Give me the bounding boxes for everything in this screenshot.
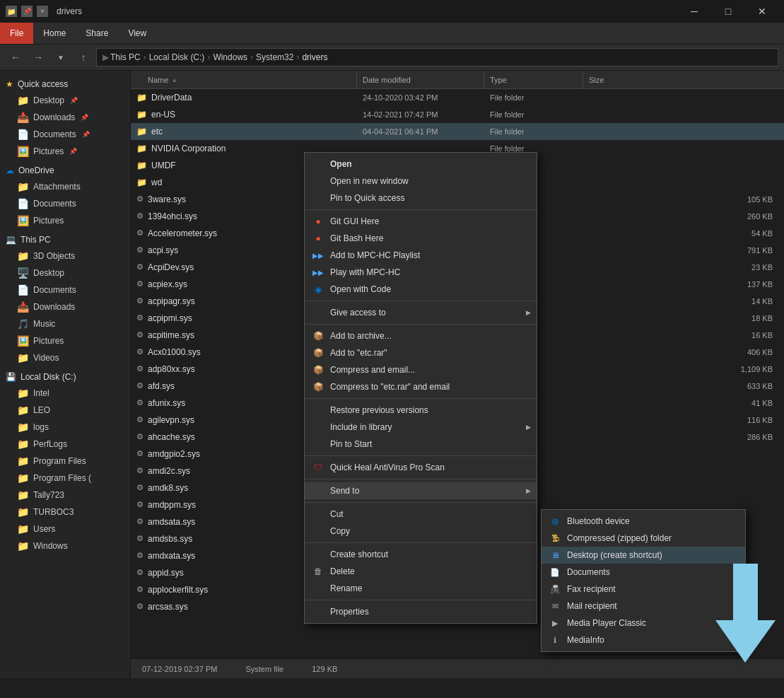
folder-icon: 📁 <box>17 455 29 467</box>
table-row[interactable]: 📁etc 04-04-2021 06:41 PM File folder <box>131 123 784 140</box>
sendto-mail[interactable]: ✉ Mail recipient <box>542 598 745 615</box>
sidebar-thispc[interactable]: 💻 This PC <box>0 232 130 248</box>
breadcrumb[interactable]: ▶ This PC › Local Disk (C:) › Windows › … <box>96 48 778 66</box>
ctx-sep8 <box>305 542 537 543</box>
sort-asc-icon: ▲ <box>171 76 177 83</box>
sendto-zip[interactable]: 🗜 Compressed (zipped) folder <box>542 530 745 547</box>
sidebar-item-turboc3[interactable]: 📁 TURBOC3 <box>0 504 130 520</box>
recent-locations-button[interactable]: ▼ <box>51 47 71 67</box>
sys-icon: ⚙ <box>136 279 144 289</box>
sys-icon: ⚙ <box>136 313 144 322</box>
table-row[interactable]: 📁DriverData 24-10-2020 03:42 PM File fol… <box>131 89 784 106</box>
minimize-button[interactable]: ─ <box>678 0 710 23</box>
ctx-pin-quickaccess[interactable]: Pin to Quick access <box>305 190 537 207</box>
menu-home[interactable]: Home <box>33 23 76 44</box>
folder-icon: 📄 <box>17 284 29 296</box>
table-row[interactable]: 📁en-US 14-02-2021 07:42 PM File folder <box>131 106 784 123</box>
menu-file[interactable]: File <box>0 23 33 44</box>
ctx-vscode[interactable]: ◈ Open with Code <box>305 281 537 298</box>
ctx-rename[interactable]: Rename <box>305 580 537 597</box>
sidebar-item-logs[interactable]: 📁 logs <box>0 419 130 436</box>
git-bash-icon: ● <box>312 232 324 245</box>
sidebar-item-desktop[interactable]: 📁 Desktop 📌 <box>0 92 130 109</box>
ctx-add-archive[interactable]: 📦 Add to archive... <box>305 327 537 344</box>
sidebar-quickaccess[interactable]: ★ Quick access <box>0 76 130 92</box>
ctx-compress-email[interactable]: 📦 Compress and email... <box>305 361 537 378</box>
up-button[interactable]: ↑ <box>74 47 93 67</box>
sidebar-item-users[interactable]: 📁 Users <box>0 520 130 537</box>
ctx-delete[interactable]: 🗑 Delete <box>305 563 537 580</box>
col-name[interactable]: Name ▲ <box>131 71 357 88</box>
breadcrumb-drivers[interactable]: drivers <box>302 52 327 62</box>
sidebar-item-tally[interactable]: 📁 Tally723 <box>0 487 130 504</box>
ctx-mpc-playlist[interactable]: ▶▶ Add to MPC-HC Playlist <box>305 247 537 264</box>
breadcrumb-localdisk[interactable]: Local Disk (C:) <box>149 52 205 62</box>
ctx-mpc-play[interactable]: ▶▶ Play with MPC-HC <box>305 264 537 281</box>
ctx-open-new-window[interactable]: Open in new window <box>305 173 537 190</box>
ctx-antivirus[interactable]: 🛡 Quick Heal AntiVirus Pro Scan <box>305 459 537 476</box>
sidebar-item-videos[interactable]: 📁 Videos <box>0 349 130 366</box>
forward-button[interactable]: → <box>28 47 48 67</box>
folder-icon: 📁 <box>136 178 147 187</box>
sidebar-item-windows[interactable]: 📁 Windows <box>0 537 130 554</box>
back-button[interactable]: ← <box>6 47 25 67</box>
breadcrumb-windows[interactable]: Windows <box>213 52 247 62</box>
ctx-create-shortcut[interactable]: Create shortcut <box>305 546 537 563</box>
ctx-restore-versions[interactable]: Restore previous versions <box>305 402 537 419</box>
col-type[interactable]: Type <box>484 71 583 88</box>
ctx-compress-rar-email[interactable]: 📦 Compress to "etc.rar" and email <box>305 378 537 395</box>
ctx-git-bash[interactable]: ● Git Bash Here <box>305 230 537 247</box>
sidebar-item-od-pictures[interactable]: 🖼️ Pictures <box>0 212 130 229</box>
sendto-mpc[interactable]: ▶ Media Player Classic <box>542 615 745 632</box>
sys-icon: ⚙ <box>136 330 144 339</box>
sidebar-item-intel[interactable]: 📁 Intel <box>0 385 130 402</box>
folder-icon: 🖼️ <box>17 146 29 157</box>
ctx-cut[interactable]: Cut <box>305 506 537 523</box>
sidebar-item-attachments[interactable]: 📁 Attachments <box>0 178 130 195</box>
col-size[interactable]: Size <box>583 71 784 88</box>
sidebar-item-pc-downloads[interactable]: 📥 Downloads <box>0 298 130 315</box>
sidebar-item-programfilesx86[interactable]: 📁 Program Files ( <box>0 470 130 487</box>
music-icon: 🎵 <box>17 318 29 330</box>
sidebar-item-od-documents[interactable]: 📄 Documents <box>0 195 130 212</box>
sidebar-localdisk[interactable]: 💾 Local Disk (C:) <box>0 369 130 385</box>
sidebar: ★ Quick access 📁 Desktop 📌 📥 Downloads 📌… <box>0 71 131 678</box>
mail-icon: ✉ <box>549 600 561 612</box>
sidebar-item-programfiles[interactable]: 📁 Program Files <box>0 453 130 470</box>
folder-icon: 📁 <box>17 181 29 192</box>
menu-share[interactable]: Share <box>76 23 118 44</box>
sendto-fax[interactable]: 📠 Fax recipient <box>542 581 745 598</box>
sidebar-item-leo[interactable]: 📁 LEO <box>0 402 130 419</box>
sidebar-onedrive[interactable]: ☁ OneDrive <box>0 163 130 178</box>
sidebar-item-pictures[interactable]: 🖼️ Pictures 📌 <box>0 143 130 160</box>
sidebar-item-documents[interactable]: 📄 Documents 📌 <box>0 126 130 143</box>
sidebar-item-perflogs[interactable]: 📁 PerfLogs <box>0 436 130 453</box>
sidebar-item-3dobjects[interactable]: 📁 3D Objects <box>0 248 130 264</box>
breadcrumb-system32[interactable]: System32 <box>256 52 293 62</box>
ctx-add-rar[interactable]: 📦 Add to "etc.rar" <box>305 344 537 361</box>
ctx-properties[interactable]: Properties <box>305 603 537 620</box>
maximize-button[interactable]: □ <box>712 0 744 23</box>
ctx-git-gui[interactable]: ● Git GUI Here <box>305 213 537 230</box>
ctx-copy[interactable]: Copy <box>305 523 537 540</box>
ctx-send-to[interactable]: Send to <box>305 482 537 499</box>
sidebar-item-downloads[interactable]: 📥 Downloads 📌 <box>0 109 130 126</box>
menu-view[interactable]: View <box>118 23 156 44</box>
ctx-give-access[interactable]: Give access to <box>305 304 537 321</box>
sidebar-item-pc-pictures[interactable]: 🖼️ Pictures <box>0 332 130 349</box>
delete-icon: 🗑 <box>312 565 324 578</box>
breadcrumb-thispc[interactable]: This PC <box>110 52 141 62</box>
sendto-bluetooth[interactable]: ⊛ Bluetooth device <box>542 513 745 530</box>
ctx-pin-start[interactable]: Pin to Start <box>305 436 537 453</box>
sys-icon: ⚙ <box>136 551 144 560</box>
sendto-desktop[interactable]: 🖥 Desktop (create shortcut) <box>542 547 745 564</box>
close-button[interactable]: ✕ <box>746 0 778 23</box>
sidebar-item-music[interactable]: 🎵 Music <box>0 315 130 332</box>
ctx-open[interactable]: Open <box>305 156 537 173</box>
sendto-documents[interactable]: 📄 Documents <box>542 564 745 581</box>
sidebar-item-pc-documents[interactable]: 📄 Documents <box>0 281 130 298</box>
ctx-include-library[interactable]: Include in library <box>305 419 537 436</box>
sendto-mediainfo[interactable]: ℹ MediaInfo <box>542 632 745 648</box>
sidebar-item-pc-desktop[interactable]: 🖥️ Desktop <box>0 264 130 281</box>
col-date[interactable]: Date modified <box>357 71 484 88</box>
